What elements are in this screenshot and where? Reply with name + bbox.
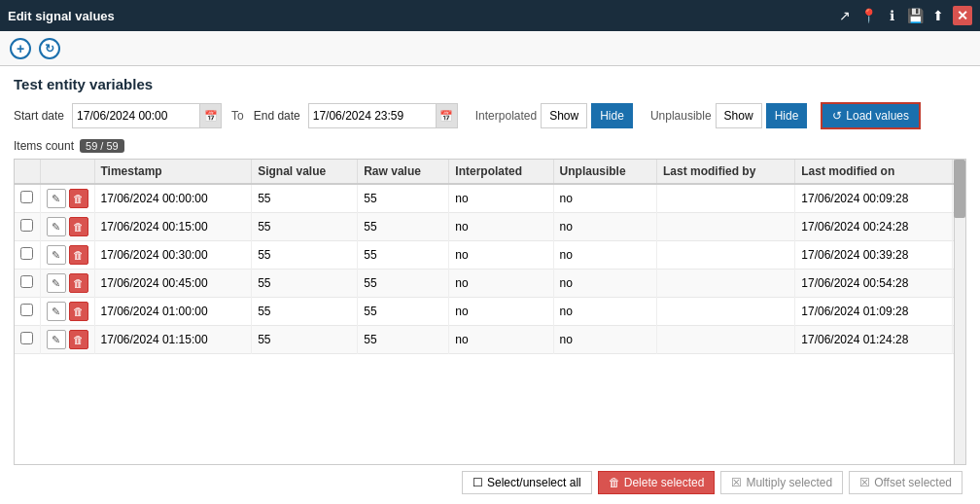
table-row: ✎ 🗑 17/06/2024 00:30:00 55 55 no no 17/0… [15,241,965,270]
cell-interpolated: no [449,241,553,270]
offset-icon: ☒ [859,476,870,489]
row-checkbox[interactable] [20,304,33,316]
items-count-label: Items count [14,139,74,153]
col-timestamp: Timestamp [94,160,252,184]
row-checkbox-cell [15,184,40,213]
edit-button[interactable]: ✎ [47,302,66,321]
interpolated-show-button[interactable]: Show [541,103,587,128]
cell-interpolated: no [449,326,553,354]
cell-signal-value: 55 [252,213,358,241]
row-actions-cell: ✎ 🗑 [40,298,94,326]
end-date-label: End date [254,109,300,123]
edit-button[interactable]: ✎ [47,273,66,293]
row-checkbox[interactable] [20,275,33,288]
start-date-calendar-button[interactable]: 📅 [199,104,221,127]
table-row: ✎ 🗑 17/06/2024 00:00:00 55 55 no no 17/0… [15,184,965,213]
cell-last-modified-by [657,213,795,241]
edit-button[interactable]: ✎ [47,217,66,236]
start-date-input[interactable] [73,104,199,127]
table-header-row: Timestamp Signal value Raw value Interpo… [15,160,965,184]
unplausible-hide-button[interactable]: Hide [766,103,808,128]
row-actions-cell: ✎ 🗑 [40,184,94,213]
offset-selected-button[interactable]: ☒ Offset selected [849,471,962,494]
delete-button[interactable]: 🗑 [69,330,88,349]
cell-signal-value: 55 [252,184,358,213]
cell-timestamp: 17/06/2024 01:15:00 [94,326,252,354]
unplausible-show-button[interactable]: Show [716,103,762,128]
toolbar: + ↻ [0,31,980,66]
row-checkbox-cell [15,241,40,270]
end-date-calendar-button[interactable]: 📅 [436,104,457,127]
multiply-selected-button[interactable]: ☒ Multiply selected [720,471,843,494]
scrollbar-thumb[interactable] [954,160,965,218]
col-last-modified-on: Last modified on [795,160,953,184]
delete-button[interactable]: 🗑 [69,302,88,321]
cell-last-modified-by [657,326,795,354]
cell-interpolated: no [449,270,553,298]
cell-last-modified-by [657,241,795,270]
interpolated-hide-button[interactable]: Hide [591,103,633,128]
add-button[interactable]: + [10,38,31,59]
cell-signal-value: 55 [252,298,358,326]
start-date-wrapper: 📅 [72,103,222,128]
delete-button[interactable]: 🗑 [69,273,88,293]
cell-timestamp: 17/06/2024 00:15:00 [94,213,252,241]
cell-last-modified-on: 17/06/2024 00:54:28 [795,270,953,298]
select-unselect-all-button[interactable]: ☐ Select/unselect all [462,471,592,494]
data-table-container: Timestamp Signal value Raw value Interpo… [14,159,966,465]
section-title: Test entity variables [14,76,966,92]
end-date-input[interactable] [309,104,436,127]
pin-icon[interactable]: 📍 [859,8,877,23]
col-last-modified-by: Last modified by [657,160,795,184]
table-row: ✎ 🗑 17/06/2024 00:15:00 55 55 no no 17/0… [15,213,965,241]
cell-signal-value: 55 [252,241,358,270]
delete-selected-button[interactable]: 🗑 Delete selected [598,471,716,494]
edit-button[interactable]: ✎ [47,330,66,349]
cell-raw-value: 55 [358,270,449,298]
row-actions-cell: ✎ 🗑 [40,213,94,241]
col-interpolated: Interpolated [449,160,553,184]
delete-button[interactable]: 🗑 [69,245,88,265]
load-values-label: Load values [846,109,909,123]
load-values-button[interactable]: ↺ Load values [821,102,921,129]
row-checkbox[interactable] [20,191,33,203]
interpolated-group: Interpolated Show Hide [475,103,633,128]
cell-last-modified-on: 17/06/2024 01:09:28 [795,298,953,326]
scrollbar[interactable] [954,160,965,464]
row-checkbox[interactable] [20,247,33,260]
edit-button[interactable]: ✎ [47,189,66,208]
edit-button[interactable]: ✎ [47,245,66,265]
row-checkbox[interactable] [20,332,33,344]
refresh-button[interactable]: ↻ [39,38,60,59]
cell-interpolated: no [449,298,553,326]
row-actions-cell: ✎ 🗑 [40,270,94,298]
end-date-wrapper: 📅 [308,103,458,128]
cell-timestamp: 17/06/2024 01:00:00 [94,298,252,326]
unplausible-label: Unplausible [650,109,712,123]
upload-icon[interactable]: ⬆ [929,8,947,23]
external-link-icon[interactable]: ↗ [836,8,854,23]
to-separator: To [229,109,246,123]
multiply-icon: ☒ [731,476,742,489]
cell-unplausible: no [553,241,656,270]
cell-raw-value: 55 [358,298,449,326]
start-date-label: Start date [14,109,64,123]
items-count-bar: Items count 59 / 59 [14,139,966,153]
delete-button[interactable]: 🗑 [69,217,88,236]
delete-button[interactable]: 🗑 [69,189,88,208]
cell-interpolated: no [449,184,553,213]
cell-raw-value: 55 [358,326,449,354]
data-table: Timestamp Signal value Raw value Interpo… [15,160,965,354]
bottom-actions: ☐ Select/unselect all 🗑 Delete selected … [14,465,966,494]
offset-selected-label: Offset selected [874,476,952,489]
cell-unplausible: no [553,270,656,298]
title-bar-icons: ↗ 📍 ℹ 💾 ⬆ ✕ [836,6,972,25]
close-icon[interactable]: ✕ [953,6,972,25]
col-raw-value: Raw value [358,160,449,184]
row-checkbox[interactable] [20,219,33,232]
info-icon[interactable]: ℹ [883,8,900,23]
cell-timestamp: 17/06/2024 00:00:00 [94,184,252,213]
save-icon[interactable]: 💾 [906,8,924,23]
cell-interpolated: no [449,213,553,241]
main-content: Test entity variables Start date 📅 To En… [0,66,980,504]
